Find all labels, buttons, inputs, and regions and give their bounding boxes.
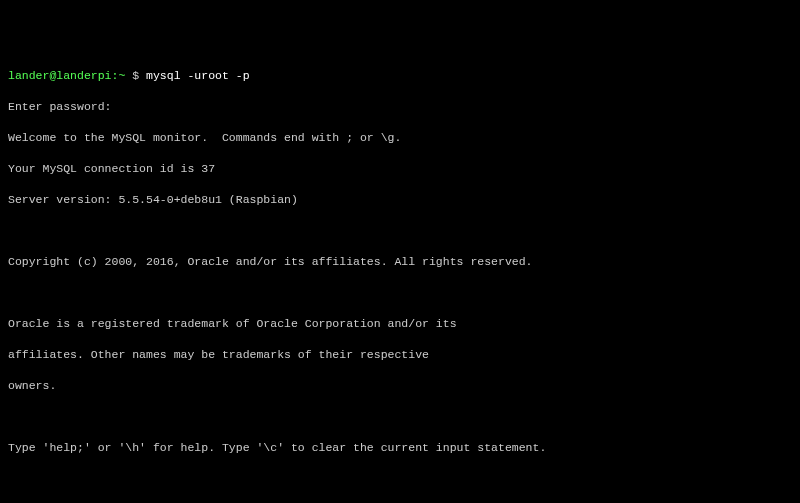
blank-line [8,409,792,425]
trademark-line-2: affiliates. Other names may be trademark… [8,347,792,363]
help-line: Type 'help;' or '\h' for help. Type '\c'… [8,440,792,456]
shell-prompt-line: lander@landerpi:~ $ mysql -uroot -p [8,68,792,84]
blank-line [8,285,792,301]
prompt-symbol: $ [125,69,146,82]
copyright-line: Copyright (c) 2000, 2016, Oracle and/or … [8,254,792,270]
trademark-line-1: Oracle is a registered trademark of Orac… [8,316,792,332]
connection-id-line: Your MySQL connection id is 37 [8,161,792,177]
blank-line [8,223,792,239]
shell-command: mysql -uroot -p [146,69,250,82]
enter-password-line: Enter password: [8,99,792,115]
welcome-line: Welcome to the MySQL monitor. Commands e… [8,130,792,146]
trademark-line-3: owners. [8,378,792,394]
blank-line [8,471,792,487]
prompt-path: :~ [112,69,126,82]
prompt-user-host: lander@landerpi [8,69,112,82]
server-version-line: Server version: 5.5.54-0+deb8u1 (Raspbia… [8,192,792,208]
